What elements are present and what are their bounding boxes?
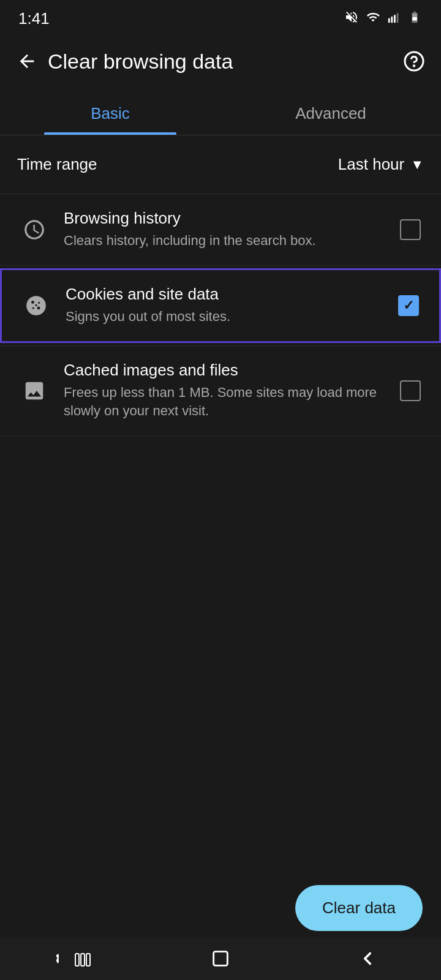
page-title: Clear browsing data	[42, 50, 399, 74]
dropdown-arrow-icon: ▼	[410, 157, 424, 173]
nav-menu-button[interactable]	[0, 937, 147, 980]
home-square-icon	[210, 948, 231, 969]
cached-images-row[interactable]: Cached images and files Frees up less th…	[0, 346, 441, 436]
svg-rect-22	[214, 952, 228, 966]
cached-images-title: Cached images and files	[64, 361, 385, 380]
svg-point-10	[38, 301, 40, 303]
svg-point-7	[413, 66, 415, 67]
cookies-site-data-subtitle: Signs you out of most sites.	[66, 307, 383, 326]
browsing-history-subtitle: Clears history, including in the search …	[64, 232, 385, 251]
svg-rect-1	[391, 17, 393, 23]
header: Clear browsing data	[0, 37, 441, 86]
status-icons	[344, 10, 423, 27]
cookies-site-data-row[interactable]: Cookies and site data Signs you out of m…	[0, 268, 441, 343]
status-time: 1:41	[18, 9, 50, 28]
help-button[interactable]	[399, 47, 429, 76]
checkmark-icon: ✓	[403, 298, 414, 314]
browsing-history-title: Browsing history	[64, 209, 385, 228]
checkbox-checked-icon: ✓	[398, 295, 419, 316]
checkbox-unchecked-cached	[400, 380, 421, 401]
divider-2	[0, 265, 441, 266]
svg-rect-21	[86, 954, 90, 966]
svg-rect-5	[412, 17, 417, 21]
svg-point-13	[35, 304, 37, 306]
bottom-nav	[0, 937, 441, 980]
tab-basic[interactable]: Basic	[0, 92, 221, 135]
svg-rect-17	[57, 954, 59, 963]
browsing-history-content: Browsing history Clears history, includi…	[51, 209, 397, 251]
image-icon	[17, 374, 51, 408]
signal-icon	[387, 10, 401, 26]
mute-icon	[344, 10, 359, 27]
svg-point-12	[37, 306, 40, 309]
svg-rect-19	[75, 954, 79, 966]
recents-icon	[72, 948, 94, 970]
divider-4	[0, 435, 441, 436]
svg-point-9	[31, 301, 34, 304]
tab-indicator	[44, 132, 176, 135]
time-range-select[interactable]: Last hour ▼	[338, 155, 424, 174]
tab-advanced[interactable]: Advanced	[221, 92, 441, 135]
wifi-icon	[365, 10, 381, 26]
time-range-row: Time range Last hour ▼	[0, 135, 441, 194]
tabs-container: Basic Advanced	[0, 92, 441, 135]
time-range-label: Time range	[17, 155, 97, 174]
cached-images-content: Cached images and files Frees up less th…	[51, 361, 397, 421]
svg-rect-0	[388, 18, 390, 23]
status-bar: 1:41	[0, 0, 441, 37]
nav-back-button[interactable]	[294, 937, 441, 980]
cached-images-checkbox[interactable]	[397, 377, 424, 404]
nav-home-button[interactable]	[147, 937, 294, 980]
clear-data-button[interactable]: Clear data	[295, 885, 423, 931]
browsing-history-checkbox[interactable]	[397, 216, 424, 243]
clock-icon	[17, 213, 51, 247]
cookies-site-data-title: Cookies and site data	[66, 285, 383, 304]
cached-images-subtitle: Frees up less than 1 MB. Some sites may …	[64, 383, 385, 421]
nav-back-icon	[357, 948, 378, 969]
svg-point-11	[32, 307, 34, 309]
checkbox-unchecked-icon	[400, 219, 421, 240]
browsing-history-row[interactable]: Browsing history Clears history, includi…	[0, 194, 441, 265]
svg-rect-2	[394, 15, 396, 23]
cookie-icon	[19, 288, 53, 323]
back-button[interactable]	[12, 47, 42, 76]
svg-rect-20	[81, 954, 85, 966]
cookies-site-data-checkbox[interactable]: ✓	[395, 292, 422, 319]
cookies-site-data-content: Cookies and site data Signs you out of m…	[53, 285, 395, 326]
battery-icon	[407, 10, 423, 26]
time-range-value: Last hour	[338, 155, 404, 174]
svg-rect-3	[397, 13, 399, 23]
